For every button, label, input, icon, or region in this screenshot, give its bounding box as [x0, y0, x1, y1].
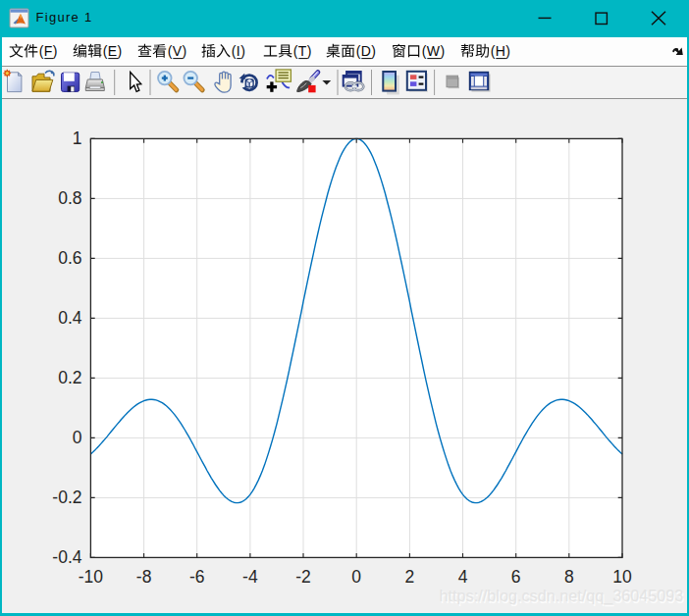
svg-text:-2: -2 [295, 567, 311, 587]
svg-text:0.8: 0.8 [58, 188, 81, 208]
svg-text:-4: -4 [242, 567, 258, 587]
svg-text:-8: -8 [136, 567, 152, 587]
svg-text:0.2: 0.2 [58, 368, 81, 387]
svg-text:(V): (V) [168, 43, 187, 59]
svg-text:(T): (T) [293, 43, 312, 59]
svg-text:2: 2 [405, 567, 415, 587]
svg-text:(W): (W) [422, 43, 446, 59]
svg-text:10: 10 [612, 567, 632, 587]
svg-text:1: 1 [73, 128, 82, 148]
svg-text:(F): (F) [39, 43, 58, 59]
svg-text:0.6: 0.6 [58, 248, 81, 268]
svg-text:(H): (H) [491, 43, 511, 59]
svg-text:6: 6 [511, 567, 521, 587]
svg-text:https://blog.csdn.net/qq_36045: https://blog.csdn.net/qq_36045093 [440, 588, 684, 605]
svg-text:8: 8 [564, 567, 574, 587]
svg-text:0: 0 [351, 567, 361, 587]
svg-text:(D): (D) [356, 43, 377, 59]
svg-text:-0.4: -0.4 [52, 547, 81, 567]
svg-text:-10: -10 [79, 567, 104, 587]
svg-text:Figure 1: Figure 1 [36, 10, 93, 25]
svg-text:-0.2: -0.2 [52, 488, 81, 507]
svg-text:4: 4 [458, 567, 468, 587]
svg-text:0: 0 [73, 428, 82, 447]
svg-text:(E): (E) [103, 43, 123, 59]
svg-text:(I): (I) [232, 43, 246, 59]
svg-text:0.4: 0.4 [58, 308, 82, 328]
svg-text:-6: -6 [189, 567, 205, 587]
